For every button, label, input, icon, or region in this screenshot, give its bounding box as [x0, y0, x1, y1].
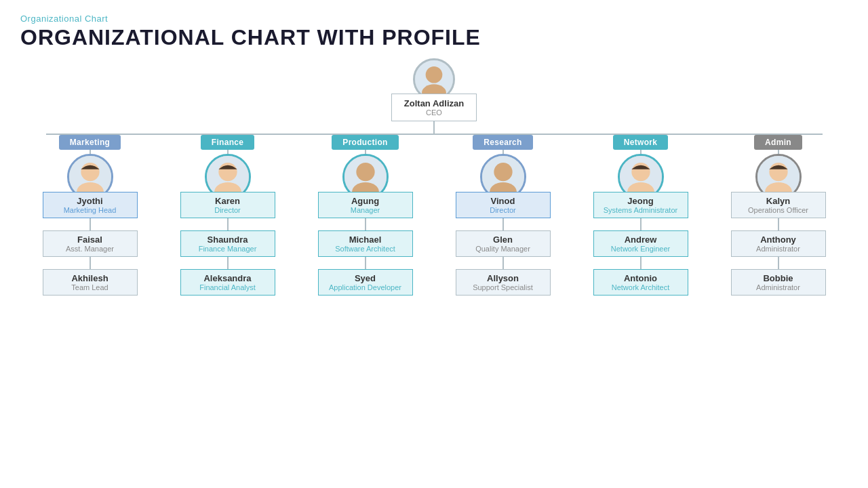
departments-row: Marketing JyothiMarketing HeadFaisalAsst…: [27, 135, 841, 296]
head-role-network: Systems Administrator: [601, 206, 681, 214]
svg-point-13: [494, 163, 512, 181]
head-role-finance: Director: [188, 206, 268, 214]
head-name-network: Jeong: [601, 196, 681, 206]
vline1-finance: [227, 218, 229, 230]
sub1-box-admin: AnthonyAdministrator: [731, 230, 826, 257]
vline1-network: [640, 218, 642, 230]
sub2-name-admin: Bobbie: [738, 273, 818, 283]
head-role-research: Director: [463, 206, 543, 214]
vline2-marketing: [90, 257, 91, 269]
header-title: ORGANIZATIONAL CHART WITH PROFILE: [20, 25, 848, 50]
vline1-research: [502, 218, 504, 230]
dept-badge-admin: Admin: [754, 135, 802, 150]
vline2-production: [365, 257, 366, 269]
dept-badge-research: Research: [473, 135, 532, 150]
sub2-name-production: Syed: [326, 273, 406, 283]
head-box-production: AgungManager: [318, 192, 413, 218]
sub2-name-marketing: Akhilesh: [50, 273, 130, 283]
sub2-role-network: Network Architect: [601, 283, 681, 291]
sub2-box-research: AllysonSupport Specialist: [456, 269, 551, 296]
svg-point-10: [356, 163, 374, 181]
dept-col-marketing: Marketing JyothiMarketing HeadFaisalAsst…: [27, 135, 153, 296]
head-role-admin: Operations Officer: [738, 206, 818, 214]
sub1-name-finance: Shaundra: [188, 235, 268, 245]
sub2-role-research: Support Specialist: [463, 283, 543, 291]
vline2-finance: [227, 257, 229, 269]
head-name-admin: Kalyn: [738, 196, 818, 206]
sub1-name-research: Glen: [463, 235, 543, 245]
dept-col-finance: Finance KarenDirectorShaundraFinance Man…: [165, 135, 290, 296]
dept-badge-finance: Finance: [201, 135, 254, 150]
dept-col-production: Production AgungManagerMichaelSoftware A…: [302, 135, 428, 296]
head-box-marketing: JyothiMarketing Head: [43, 192, 138, 218]
vline2-network: [640, 257, 642, 269]
sub2-role-finance: Financial Analyst: [188, 283, 268, 291]
sub2-name-finance: Aleksandra: [188, 273, 268, 283]
head-role-production: Manager: [326, 206, 406, 214]
header-sub: Organizational Chart: [20, 14, 848, 24]
sub2-name-network: Antonio: [601, 273, 681, 283]
svg-point-1: [426, 66, 443, 83]
sub2-box-network: AntonioNetwork Architect: [593, 269, 688, 296]
sub2-name-research: Allyson: [463, 273, 543, 283]
vline1-marketing: [90, 218, 91, 230]
sub2-role-production: Application Developer: [326, 283, 406, 291]
sub1-role-research: Quality Manager: [463, 245, 543, 253]
sub1-name-admin: Anthony: [738, 235, 818, 245]
dept-col-research: Research VinodDirectorGlenQuality Manage…: [440, 135, 566, 296]
sub2-box-finance: AleksandraFinancial Analyst: [180, 269, 275, 296]
sub1-name-network: Andrew: [601, 235, 681, 245]
sub2-box-marketing: AkhileshTeam Lead: [43, 269, 138, 296]
head-name-production: Agung: [326, 196, 406, 206]
dept-badge-network: Network: [613, 135, 668, 150]
head-name-marketing: Jyothi: [50, 196, 130, 206]
sub2-box-production: SyedApplication Developer: [318, 269, 413, 296]
sub1-name-marketing: Faisal: [50, 235, 130, 245]
vline1-admin: [778, 218, 779, 230]
sub1-box-marketing: FaisalAsst. Manager: [43, 230, 138, 257]
sub1-box-production: MichaelSoftware Architect: [318, 230, 413, 257]
dept-col-network: Network JeongSystems AdministratorAndrew…: [578, 135, 703, 296]
head-name-finance: Karen: [188, 196, 268, 206]
ceo-section: Zoltan Adlizan CEO: [391, 58, 477, 121]
head-box-admin: KalynOperations Officer: [731, 192, 826, 218]
ceo-box: Zoltan Adlizan CEO: [391, 94, 477, 121]
head-name-research: Vinod: [463, 196, 543, 206]
sub1-box-finance: ShaundraFinance Manager: [180, 230, 275, 257]
sub1-box-research: GlenQuality Manager: [456, 230, 551, 257]
head-role-marketing: Marketing Head: [50, 206, 130, 214]
sub1-role-network: Network Engineer: [601, 245, 681, 253]
ceo-role: CEO: [404, 108, 464, 117]
head-box-finance: KarenDirector: [180, 192, 275, 218]
dept-col-admin: Admin KalynOperations OfficerAnthonyAdmi…: [715, 135, 841, 296]
sub1-role-admin: Administrator: [738, 245, 818, 253]
dept-badge-marketing: Marketing: [59, 135, 121, 150]
sub1-role-production: Software Architect: [326, 245, 406, 253]
sub2-role-admin: Administrator: [738, 283, 818, 291]
sub1-role-marketing: Asst. Manager: [50, 245, 130, 253]
sub2-role-marketing: Team Lead: [50, 283, 130, 291]
vline2-admin: [778, 257, 779, 269]
sub1-role-finance: Finance Manager: [188, 245, 268, 253]
vline1-production: [365, 218, 366, 230]
ceo-vline: [433, 121, 435, 134]
sub1-name-production: Michael: [326, 235, 406, 245]
vline2-research: [502, 257, 504, 269]
head-box-research: VinodDirector: [456, 192, 551, 218]
dept-badge-production: Production: [332, 135, 398, 150]
head-box-network: JeongSystems Administrator: [593, 192, 688, 218]
sub2-box-admin: BobbieAdministrator: [731, 269, 826, 296]
ceo-name: Zoltan Adlizan: [404, 98, 464, 108]
sub1-box-network: AndrewNetwork Engineer: [593, 230, 688, 257]
